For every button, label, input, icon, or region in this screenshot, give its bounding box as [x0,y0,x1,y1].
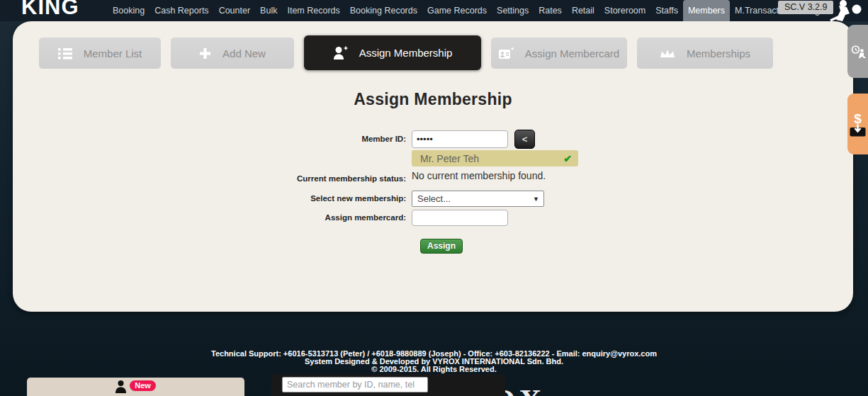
nav-item-booking-records[interactable]: Booking Records [345,0,422,21]
id-card-icon [499,47,514,60]
nav-item-settings[interactable]: Settings [492,0,534,21]
member-search-widget [271,374,505,396]
nav-item-members[interactable]: Members [683,0,730,21]
screen: KING Booking Cash Reports Counter Bulk I… [0,0,868,396]
deposit-tray-icon [850,125,866,137]
membercard-label: Assign membercard: [193,213,406,222]
tab-label: Assign Membercard [525,47,619,60]
membercard-input[interactable] [412,210,508,226]
tab-add-new[interactable]: Add New [171,38,294,69]
nav-menu: Booking Cash Reports Counter Bulk Item R… [108,0,829,21]
membership-status-value: No current membership found. [412,170,546,181]
member-lookup-button[interactable]: < [514,130,535,149]
member-name: Mr. Peter Teh [420,153,563,164]
new-member-widget[interactable]: New [27,378,244,396]
tab-label: Member List [84,47,142,60]
crown-icon [660,49,675,58]
tab-assign-membercard[interactable]: Assign Membercard [491,38,627,69]
person-plus-icon [333,46,348,60]
nav-item-counter[interactable]: Counter [214,0,255,21]
member-search-input[interactable] [282,377,428,392]
member-id-label: Member ID: [193,135,406,143]
tab-label: Add New [222,47,266,60]
person-icon [115,380,126,393]
footer-copyright: © 2009-2015. All Rights Reserved. [0,365,868,373]
nav-item-booking[interactable]: Booking [108,0,150,21]
nav-item-staffs[interactable]: Staffs [650,0,683,21]
check-icon: ✔ [563,153,572,164]
tab-member-list[interactable]: Member List [39,38,161,69]
chevron-down-icon: ▼ [533,196,539,203]
version-badge: SC.V 3.2.9 [778,1,833,14]
list-icon [58,47,72,60]
new-membership-label: Select new membership: [193,194,406,203]
membership-select-value: Select... [417,193,533,204]
app-logo: KING [21,0,79,20]
tab-label: Assign Membership [359,47,453,59]
membership-select[interactable]: Select... ▼ [412,191,544,207]
nav-item-retail[interactable]: Retail [567,0,599,21]
plus-icon [199,47,211,60]
nav-item-rates[interactable]: Rates [534,0,567,21]
page-title: Assign Membership [13,90,853,109]
content-card: Member List Add New Assign Membership As… [13,21,853,312]
section-tabs: Member List Add New Assign Membership As… [39,38,773,70]
tab-label: Memberships [687,47,750,60]
new-badge: New [130,380,156,391]
assign-button[interactable]: Assign [420,239,463,254]
cash-deposit-handle[interactable]: $ [847,94,868,154]
nav-item-game-records[interactable]: Game Records [422,0,492,21]
membership-status-label: Current membership status: [193,174,406,183]
tab-memberships[interactable]: Memberships [637,38,773,69]
nav-item-item-records[interactable]: Item Records [282,0,344,21]
top-navbar: KING Booking Cash Reports Counter Bulk I… [0,0,868,21]
nav-item-cash-reports[interactable]: Cash Reports [150,0,213,21]
clock-person-icon [850,44,866,60]
waiting-list-handle[interactable] [847,25,868,78]
tab-assign-membership[interactable]: Assign Membership [304,35,481,70]
member-result-row[interactable]: Mr. Peter Teh ✔ [412,150,578,166]
member-id-input[interactable] [412,130,508,148]
nav-item-bulk[interactable]: Bulk [255,0,282,21]
nav-item-storeroom[interactable]: Storeroom [599,0,650,21]
